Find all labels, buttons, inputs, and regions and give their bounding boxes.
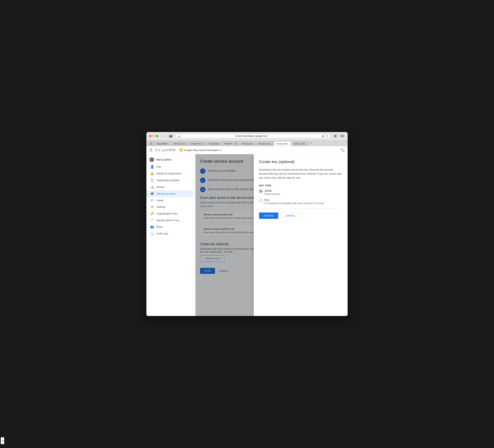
key-type-label: Key type xyxy=(259,184,342,187)
iam-icon: 👤 xyxy=(150,165,154,169)
sidebar-item-iam[interactable]: 👤 IAM xyxy=(146,163,194,170)
chevron-down-icon: ▾ xyxy=(220,149,221,151)
google-logo: Google APIs xyxy=(155,148,175,152)
labels-icon: 🏷 xyxy=(150,199,154,202)
tab-publish[interactable]: Publish to G... xyxy=(189,141,206,146)
tab-fragment[interactable]: Fragmen... 🔊 xyxy=(222,141,239,146)
dialog-actions: CREATE CANCEL xyxy=(259,212,342,219)
tab-bug[interactable]: Bug 59400:... xyxy=(155,141,172,146)
json-option-content: JSON Recommended xyxy=(264,189,280,196)
sidebar-item-iap[interactable]: 🛡 Identity-Aware Proxy xyxy=(146,217,194,224)
sidebar-item-service-accounts[interactable]: 💻 Service accounts xyxy=(146,190,194,197)
close-button[interactable] xyxy=(149,135,151,137)
sidebar-item-org-policies[interactable]: 📋 Organisation policies xyxy=(146,177,194,184)
sidebar-item-audit[interactable]: 📃 Audit Logs xyxy=(146,230,194,237)
project-icon: ▶ xyxy=(179,148,183,152)
json-label: JSON xyxy=(264,189,280,192)
address-bar: 🔒 console.developers.google.com 🔊 ↻ xyxy=(175,134,331,138)
sidebar-item-org-label: Organisation policies xyxy=(156,179,180,182)
sidebar-item-identity[interactable]: 🔒 Identity & Organisation xyxy=(146,170,194,177)
apis-label: APIs xyxy=(168,148,175,152)
url-text: console.developers.google.com xyxy=(182,135,321,137)
reload-icon[interactable]: ↻ xyxy=(326,135,328,137)
minimize-button[interactable] xyxy=(152,135,155,137)
sidebar-item-crypto-label: Cryptographic keys xyxy=(156,212,178,215)
shield-icon: 🛡 xyxy=(149,157,154,162)
dialog-title: Create key (optional) xyxy=(259,160,342,164)
sidebar-header: 🛡 IAM & admin xyxy=(146,154,195,163)
roles-icon: 👥 xyxy=(150,225,154,229)
tab-api2[interactable]: API access... xyxy=(240,141,256,146)
tab-api1[interactable]: API access... xyxy=(172,141,188,146)
tab-overview-button[interactable]: ▦ xyxy=(168,134,173,138)
tab-stores[interactable]: Stores - Sm... xyxy=(292,141,309,146)
sidebar-item-quotas[interactable]: 📊 Quotas xyxy=(146,184,194,190)
sidebar-item-iam-label: IAM xyxy=(156,165,161,168)
crypto-keys-icon: 🔑 xyxy=(150,212,154,215)
menu-icon[interactable]: ☰ xyxy=(149,148,152,152)
tab-de[interactable]: de xyxy=(148,141,154,146)
sidebar-item-audit-label: Audit Logs xyxy=(156,232,168,235)
sidebar-item-labels-label: Labels xyxy=(156,199,164,202)
sidebar-item-settings[interactable]: ⚙ Settings xyxy=(146,203,194,210)
tab-bar: de Bug 59400:... API access... Publish t… xyxy=(146,140,348,146)
sidebar-item-roles-label: Roles xyxy=(156,225,163,228)
service-accounts-icon: 💻 xyxy=(150,192,154,196)
dialog-overlay: Create key (optional) Download a file th… xyxy=(196,154,348,316)
project-selector[interactable]: ▶ Google Play Android Developer ▾ xyxy=(178,148,223,152)
new-tab-button[interactable]: ⧉ xyxy=(340,134,345,138)
sidebar-item-settings-label: Settings xyxy=(156,205,165,208)
identity-icon: 🔒 xyxy=(150,172,154,175)
json-sublabel: Recommended xyxy=(264,193,280,196)
json-option[interactable]: JSON Recommended xyxy=(259,189,342,196)
search-button[interactable]: 🔍 xyxy=(340,148,345,152)
lock-icon: 🔒 xyxy=(178,135,181,137)
audit-icon: 📃 xyxy=(150,232,154,235)
dialog-desc: Download a file that contains the privat… xyxy=(259,168,342,180)
create-key-dialog: Create key (optional) Download a file th… xyxy=(254,154,348,316)
iap-icon: 🛡 xyxy=(150,218,154,222)
maximize-button[interactable] xyxy=(156,135,158,137)
forward-button[interactable]: › xyxy=(163,134,166,138)
app-header: ☰ Google APIs ▶ Google Play Android Deve… xyxy=(146,146,348,154)
tab-create-servi[interactable]: Create servi... xyxy=(274,141,291,146)
project-name: Google Play Android Developer xyxy=(184,149,219,151)
share-button[interactable]: ⬆ xyxy=(333,134,338,138)
sidebar-item-iap-label: Identity-Aware Proxy xyxy=(156,219,179,222)
json-radio[interactable] xyxy=(259,189,262,193)
cancel-dialog-button[interactable]: CANCEL xyxy=(281,212,300,219)
sidebar-item-crypto-keys[interactable]: 🔑 Cryptographic keys xyxy=(146,210,194,217)
main-panel: Create service account ✓ Service account… xyxy=(196,154,348,316)
sidebar-title: IAM & admin xyxy=(156,158,171,161)
sidebar: 🛡 IAM & admin 👤 IAM 🔒 Identity & Organis… xyxy=(146,154,196,316)
p12-option[interactable]: P12 For backward compatibility with code… xyxy=(259,199,342,205)
tab-grammarly[interactable]: Grammarly xyxy=(207,141,221,146)
quotas-icon: 📊 xyxy=(150,185,154,189)
sidebar-item-roles[interactable]: 👥 Roles xyxy=(146,224,194,230)
sidebar-item-labels[interactable]: 🏷 Labels xyxy=(146,197,194,203)
sidebar-item-identity-label: Identity & Organisation xyxy=(156,172,182,175)
sidebar-item-quotas-label: Quotas xyxy=(156,186,164,188)
new-tab-add-button[interactable]: + xyxy=(309,140,314,146)
audio-icon: 🔊 xyxy=(322,135,325,137)
tab-service-acc[interactable]: Service acc... xyxy=(257,141,274,146)
back-button[interactable]: ‹ xyxy=(160,134,163,138)
p12-option-content: P12 For backward compatibility with code… xyxy=(264,199,324,205)
sidebar-item-service-label: Service accounts xyxy=(156,192,175,195)
settings-icon: ⚙ xyxy=(150,205,154,209)
p12-radio[interactable] xyxy=(259,199,262,202)
create-button[interactable]: CREATE xyxy=(259,212,278,219)
org-policies-icon: 📋 xyxy=(150,178,154,182)
p12-sublabel: For backward compatibility with code usi… xyxy=(264,202,324,205)
p12-label: P12 xyxy=(264,199,324,202)
